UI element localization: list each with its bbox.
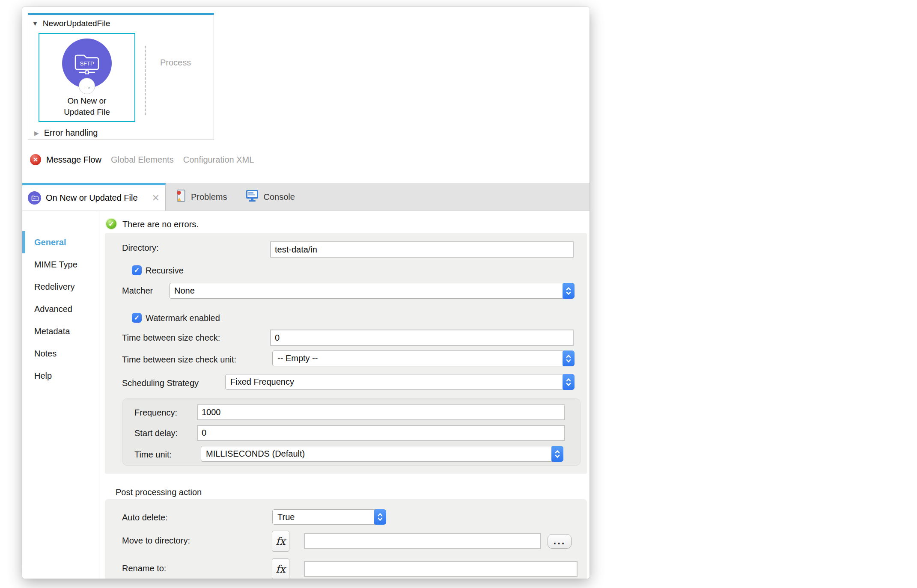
scheduling-strategy-select[interactable]: Fixed Frequency <box>225 374 575 390</box>
tab-label: On New or Updated File <box>46 193 138 203</box>
size-check-unit-select[interactable]: -- Empty -- <box>272 350 575 366</box>
sftp-folder-icon: SFTP <box>73 50 101 76</box>
sftp-source-node[interactable]: SFTP → On New or Updated File <box>39 33 135 122</box>
tab-on-new-or-updated-file[interactable]: On New or Updated File ✕ <box>22 183 166 211</box>
flow-canvas[interactable]: ▼ NeworUpdatedFile SFTP → On New or Upda… <box>22 7 590 183</box>
sidebar-item-metadata[interactable]: Metadata <box>22 320 99 342</box>
properties-editor: General MIME Type Redelivery Advanced Me… <box>22 211 590 579</box>
browse-button[interactable]: ... <box>548 534 572 549</box>
recursive-checkbox[interactable]: ✓ <box>132 265 142 275</box>
dropdown-stepper-icon[interactable] <box>551 446 563 462</box>
rename-to-label: Rename to: <box>122 564 166 573</box>
time-between-size-check-input[interactable] <box>270 330 574 346</box>
size-check-unit-label: Time between size check unit: <box>122 355 236 365</box>
sidebar-item-notes[interactable]: Notes <box>22 342 99 365</box>
fx-expression-button[interactable]: fx <box>272 558 289 579</box>
watermark-checkbox[interactable]: ✓ <box>132 313 142 323</box>
time-unit-label: Time unit: <box>134 450 172 460</box>
tab-label: Console <box>263 192 295 202</box>
active-indicator <box>22 231 25 253</box>
auto-delete-label: Auto delete: <box>122 513 168 523</box>
watermark-label: Watermark enabled <box>146 313 220 323</box>
sidebar-item-help[interactable]: Help <box>22 365 99 387</box>
sidebar-item-advanced[interactable]: Advanced <box>22 298 99 320</box>
start-delay-label: Start delay: <box>134 428 178 438</box>
properties-sidebar: General MIME Type Redelivery Advanced Me… <box>22 211 99 579</box>
directory-input[interactable] <box>270 241 574 258</box>
rename-to-input[interactable] <box>304 561 578 577</box>
view-configuration-xml[interactable]: Configuration XML <box>183 155 254 165</box>
error-badge-icon: ✕ <box>30 154 41 165</box>
no-errors-check-icon: ✓ <box>105 218 117 230</box>
flow-section-divider <box>145 46 146 115</box>
frequency-label: Frequency: <box>134 408 177 418</box>
dropdown-stepper-icon[interactable] <box>563 283 575 299</box>
tab-console[interactable]: Console <box>236 183 304 211</box>
close-tab-icon[interactable]: ✕ <box>152 193 160 203</box>
canvas-view-switcher: ✕ Message Flow Global Elements Configura… <box>30 154 263 165</box>
dropdown-stepper-icon[interactable] <box>563 374 575 390</box>
process-area-label: Process <box>160 58 191 68</box>
sftp-tab-icon <box>28 191 41 205</box>
dropdown-stepper-icon[interactable] <box>374 509 386 525</box>
scheduling-strategy-label: Scheduling Strategy <box>122 378 199 388</box>
collapse-flow-icon[interactable]: ▼ <box>32 20 38 27</box>
node-label: On New or Updated File <box>54 95 119 117</box>
directory-label: Directory: <box>122 243 159 253</box>
view-global-elements[interactable]: Global Elements <box>111 155 174 165</box>
console-icon <box>246 190 259 204</box>
move-to-directory-label: Move to directory: <box>122 536 190 546</box>
recursive-label: Recursive <box>146 266 184 276</box>
dropdown-stepper-icon[interactable] <box>563 350 575 366</box>
editor-tabstrip: On New or Updated File ✕ Problems <box>22 183 590 211</box>
flow-container[interactable]: ▼ NeworUpdatedFile SFTP → On New or Upda… <box>28 13 214 140</box>
expand-icon: ▶ <box>34 130 39 137</box>
studio-window: ▼ NeworUpdatedFile SFTP → On New or Upda… <box>22 7 590 579</box>
time-unit-select[interactable]: MILLISECONDS (Default) <box>201 446 563 462</box>
tab-problems[interactable]: Problems <box>166 183 236 211</box>
sidebar-item-mime-type[interactable]: MIME Type <box>22 253 99 276</box>
tab-label: Problems <box>191 192 227 202</box>
flow-header: ▼ NeworUpdatedFile <box>32 19 110 28</box>
problems-icon <box>175 189 186 205</box>
matcher-label: Matcher <box>122 286 153 296</box>
time-between-size-check-label: Time between size check: <box>122 333 220 343</box>
fx-expression-button[interactable]: fx <box>272 531 289 552</box>
error-handling-toggle[interactable]: ▶ Error handling <box>34 128 98 138</box>
sidebar-item-general[interactable]: General <box>22 231 99 253</box>
start-delay-input[interactable] <box>197 425 565 441</box>
sidebar-item-redelivery[interactable]: Redelivery <box>22 276 99 298</box>
general-form: ✓ There are no errors. Directory: ✓ Recu… <box>99 211 590 579</box>
auto-delete-select[interactable]: True <box>272 509 386 525</box>
output-arrow-icon: → <box>79 78 95 94</box>
flow-name: NeworUpdatedFile <box>43 19 110 28</box>
matcher-select[interactable]: None <box>169 283 575 299</box>
svg-text:SFTP: SFTP <box>80 60 94 67</box>
view-message-flow[interactable]: Message Flow <box>46 155 101 165</box>
general-settings-panel: Directory: ✓ Recursive Matcher None ✓ Wa… <box>105 233 587 474</box>
post-processing-title: Post processing action <box>116 487 202 497</box>
frequency-settings-group: Frequency: Start delay: Time unit: MILLI… <box>122 398 581 466</box>
status-message: There are no errors. <box>122 220 199 229</box>
move-to-directory-input[interactable] <box>304 533 541 549</box>
post-processing-panel: Auto delete: True Move to directory: fx … <box>105 499 587 579</box>
error-handling-label: Error handling <box>44 128 98 138</box>
frequency-input[interactable] <box>197 404 565 420</box>
